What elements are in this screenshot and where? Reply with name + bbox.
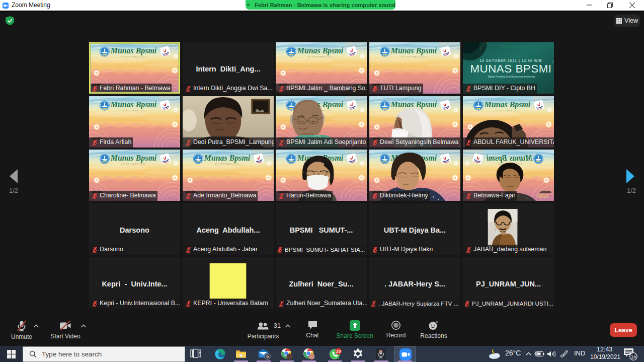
- svg-text:MULTIMEDIA: MULTIMEDIA: [537, 196, 548, 198]
- svg-text:29: 29: [336, 349, 341, 354]
- svg-text:14: 14: [631, 354, 636, 359]
- svg-text:5: 5: [266, 354, 269, 359]
